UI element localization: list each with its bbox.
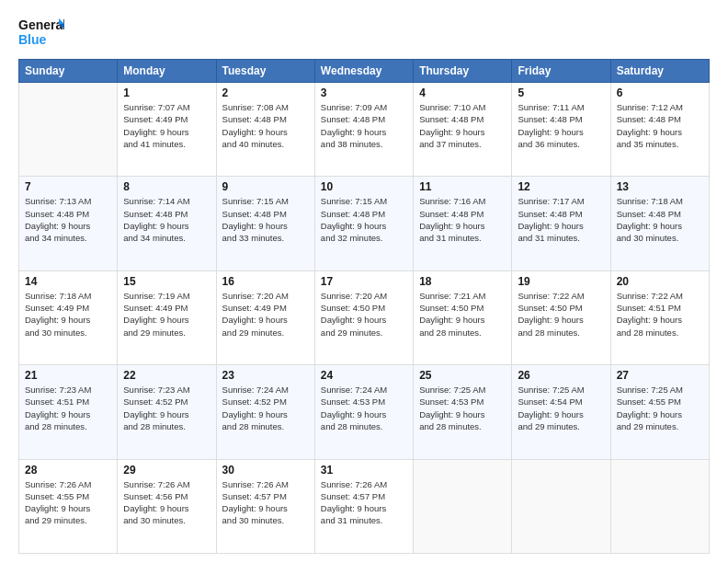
day-number: 9 <box>222 180 309 193</box>
calendar-cell: 23Sunrise: 7:24 AM Sunset: 4:52 PM Dayli… <box>216 365 314 459</box>
calendar-header-friday: Friday <box>512 60 610 83</box>
calendar-week-row: 28Sunrise: 7:26 AM Sunset: 4:55 PM Dayli… <box>19 459 710 553</box>
calendar-header-thursday: Thursday <box>414 60 512 83</box>
day-number: 26 <box>518 369 604 382</box>
calendar-cell: 7Sunrise: 7:13 AM Sunset: 4:48 PM Daylig… <box>19 177 118 270</box>
calendar-cell: 18Sunrise: 7:21 AM Sunset: 4:50 PM Dayli… <box>414 270 512 364</box>
calendar-cell: 17Sunrise: 7:20 AM Sunset: 4:50 PM Dayli… <box>314 270 413 364</box>
calendar-cell: 31Sunrise: 7:26 AM Sunset: 4:57 PM Dayli… <box>314 459 413 553</box>
calendar-cell: 30Sunrise: 7:26 AM Sunset: 4:57 PM Dayli… <box>216 459 314 553</box>
day-info: Sunrise: 7:18 AM Sunset: 4:48 PM Dayligh… <box>617 195 703 244</box>
day-number: 7 <box>25 180 111 193</box>
day-info: Sunrise: 7:26 AM Sunset: 4:57 PM Dayligh… <box>222 478 309 527</box>
calendar-week-row: 14Sunrise: 7:18 AM Sunset: 4:49 PM Dayli… <box>19 270 710 364</box>
day-info: Sunrise: 7:19 AM Sunset: 4:49 PM Dayligh… <box>123 290 210 339</box>
calendar-cell: 4Sunrise: 7:10 AM Sunset: 4:48 PM Daylig… <box>414 83 512 177</box>
calendar-cell: 5Sunrise: 7:11 AM Sunset: 4:48 PM Daylig… <box>512 83 610 177</box>
day-number: 22 <box>123 369 210 382</box>
day-number: 17 <box>321 275 407 288</box>
day-number: 27 <box>617 369 703 382</box>
calendar-cell <box>414 459 512 553</box>
day-number: 3 <box>321 86 407 99</box>
day-number: 15 <box>123 275 210 288</box>
calendar-header-row: SundayMondayTuesdayWednesdayThursdayFrid… <box>19 60 710 83</box>
day-info: Sunrise: 7:22 AM Sunset: 4:51 PM Dayligh… <box>617 290 703 339</box>
day-number: 10 <box>321 180 407 193</box>
day-info: Sunrise: 7:07 AM Sunset: 4:49 PM Dayligh… <box>123 101 210 150</box>
day-number: 21 <box>25 369 111 382</box>
calendar-cell: 19Sunrise: 7:22 AM Sunset: 4:50 PM Dayli… <box>512 270 610 364</box>
calendar-cell: 1Sunrise: 7:07 AM Sunset: 4:49 PM Daylig… <box>118 83 216 177</box>
calendar-week-row: 1Sunrise: 7:07 AM Sunset: 4:49 PM Daylig… <box>19 83 710 177</box>
calendar-header-saturday: Saturday <box>610 60 709 83</box>
svg-text:General: General <box>18 17 64 32</box>
day-info: Sunrise: 7:14 AM Sunset: 4:48 PM Dayligh… <box>123 195 210 244</box>
day-number: 24 <box>321 369 407 382</box>
day-number: 6 <box>617 86 703 99</box>
day-number: 29 <box>123 464 210 477</box>
calendar-cell <box>19 83 118 177</box>
day-number: 2 <box>222 86 309 99</box>
calendar-week-row: 21Sunrise: 7:23 AM Sunset: 4:51 PM Dayli… <box>19 365 710 459</box>
calendar-cell: 20Sunrise: 7:22 AM Sunset: 4:51 PM Dayli… <box>610 270 709 364</box>
day-number: 8 <box>123 180 210 193</box>
calendar-cell: 2Sunrise: 7:08 AM Sunset: 4:48 PM Daylig… <box>216 83 314 177</box>
day-info: Sunrise: 7:15 AM Sunset: 4:48 PM Dayligh… <box>222 195 309 244</box>
calendar-cell: 12Sunrise: 7:17 AM Sunset: 4:48 PM Dayli… <box>512 177 610 270</box>
day-info: Sunrise: 7:12 AM Sunset: 4:48 PM Dayligh… <box>617 101 703 150</box>
day-info: Sunrise: 7:25 AM Sunset: 4:55 PM Dayligh… <box>617 384 703 432</box>
day-info: Sunrise: 7:18 AM Sunset: 4:49 PM Dayligh… <box>25 290 111 339</box>
logo: General Blue <box>18 15 64 52</box>
day-number: 19 <box>518 275 604 288</box>
day-info: Sunrise: 7:26 AM Sunset: 4:56 PM Dayligh… <box>123 478 210 527</box>
day-number: 16 <box>222 275 309 288</box>
calendar-header-wednesday: Wednesday <box>314 60 413 83</box>
calendar-cell: 3Sunrise: 7:09 AM Sunset: 4:48 PM Daylig… <box>314 83 413 177</box>
day-number: 23 <box>222 369 309 382</box>
day-number: 18 <box>419 275 506 288</box>
day-number: 11 <box>419 180 506 193</box>
calendar-cell: 28Sunrise: 7:26 AM Sunset: 4:55 PM Dayli… <box>19 459 118 553</box>
day-number: 5 <box>518 86 604 99</box>
calendar-cell: 21Sunrise: 7:23 AM Sunset: 4:51 PM Dayli… <box>19 365 118 459</box>
calendar-cell: 29Sunrise: 7:26 AM Sunset: 4:56 PM Dayli… <box>118 459 216 553</box>
day-info: Sunrise: 7:25 AM Sunset: 4:54 PM Dayligh… <box>518 384 604 432</box>
calendar-cell: 24Sunrise: 7:24 AM Sunset: 4:53 PM Dayli… <box>314 365 413 459</box>
calendar-cell: 11Sunrise: 7:16 AM Sunset: 4:48 PM Dayli… <box>414 177 512 270</box>
day-number: 30 <box>222 464 309 477</box>
day-number: 12 <box>518 180 604 193</box>
day-info: Sunrise: 7:16 AM Sunset: 4:48 PM Dayligh… <box>419 195 506 244</box>
calendar-cell: 8Sunrise: 7:14 AM Sunset: 4:48 PM Daylig… <box>118 177 216 270</box>
day-info: Sunrise: 7:23 AM Sunset: 4:51 PM Dayligh… <box>25 384 111 432</box>
day-number: 4 <box>419 86 506 99</box>
calendar-cell: 16Sunrise: 7:20 AM Sunset: 4:49 PM Dayli… <box>216 270 314 364</box>
day-number: 31 <box>321 464 407 477</box>
day-info: Sunrise: 7:24 AM Sunset: 4:53 PM Dayligh… <box>321 384 407 432</box>
calendar-cell: 22Sunrise: 7:23 AM Sunset: 4:52 PM Dayli… <box>118 365 216 459</box>
calendar-cell <box>610 459 709 553</box>
calendar-cell: 10Sunrise: 7:15 AM Sunset: 4:48 PM Dayli… <box>314 177 413 270</box>
calendar-cell: 9Sunrise: 7:15 AM Sunset: 4:48 PM Daylig… <box>216 177 314 270</box>
calendar-header-monday: Monday <box>118 60 216 83</box>
day-info: Sunrise: 7:09 AM Sunset: 4:48 PM Dayligh… <box>321 101 407 150</box>
day-info: Sunrise: 7:24 AM Sunset: 4:52 PM Dayligh… <box>222 384 309 432</box>
calendar-cell: 27Sunrise: 7:25 AM Sunset: 4:55 PM Dayli… <box>610 365 709 459</box>
calendar-table: SundayMondayTuesdayWednesdayThursdayFrid… <box>18 59 710 554</box>
day-info: Sunrise: 7:25 AM Sunset: 4:53 PM Dayligh… <box>419 384 506 432</box>
day-info: Sunrise: 7:17 AM Sunset: 4:48 PM Dayligh… <box>518 195 604 244</box>
logo-svg: General Blue <box>18 15 64 52</box>
day-info: Sunrise: 7:13 AM Sunset: 4:48 PM Dayligh… <box>25 195 111 244</box>
day-info: Sunrise: 7:21 AM Sunset: 4:50 PM Dayligh… <box>419 290 506 339</box>
svg-text:Blue: Blue <box>18 32 47 47</box>
calendar-cell: 26Sunrise: 7:25 AM Sunset: 4:54 PM Dayli… <box>512 365 610 459</box>
day-info: Sunrise: 7:20 AM Sunset: 4:49 PM Dayligh… <box>222 290 309 339</box>
day-info: Sunrise: 7:20 AM Sunset: 4:50 PM Dayligh… <box>321 290 407 339</box>
page-header: General Blue <box>18 15 710 52</box>
calendar-header-tuesday: Tuesday <box>216 60 314 83</box>
calendar-cell: 25Sunrise: 7:25 AM Sunset: 4:53 PM Dayli… <box>414 365 512 459</box>
day-number: 25 <box>419 369 506 382</box>
calendar-header-sunday: Sunday <box>19 60 118 83</box>
day-info: Sunrise: 7:11 AM Sunset: 4:48 PM Dayligh… <box>518 101 604 150</box>
calendar-cell: 14Sunrise: 7:18 AM Sunset: 4:49 PM Dayli… <box>19 270 118 364</box>
calendar-cell: 13Sunrise: 7:18 AM Sunset: 4:48 PM Dayli… <box>610 177 709 270</box>
